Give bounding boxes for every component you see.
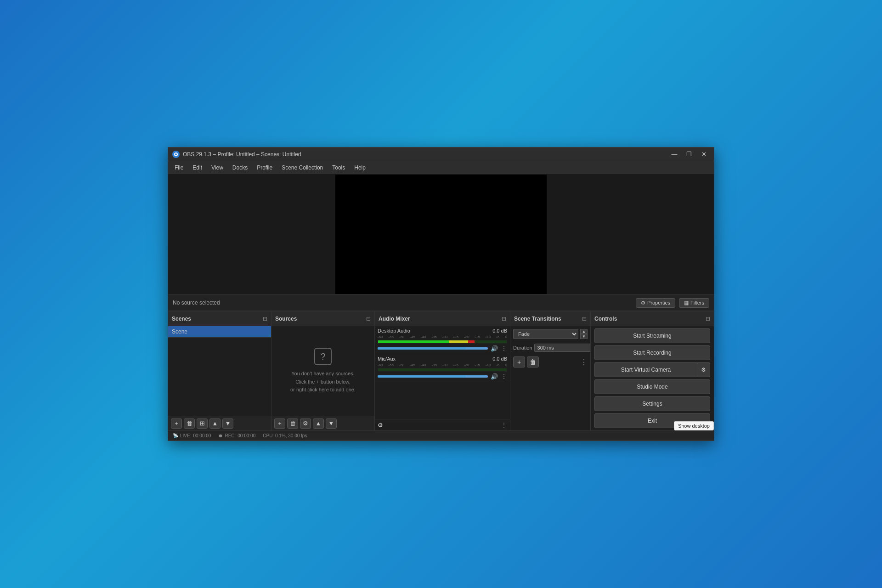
scenes-panel-header: Scenes ⊟ [168, 311, 271, 326]
scene-add-button[interactable]: + [171, 418, 182, 429]
mic-aux-db: 0.0 dB [492, 356, 507, 362]
window-controls: — ❐ ✕ [668, 150, 710, 159]
filter-icon: ▦ [684, 300, 689, 306]
no-sources-icon: ? [314, 348, 332, 365]
desktop-audio-menu-button[interactable]: ⋮ [501, 345, 507, 352]
mic-aux-mute-button[interactable]: 🔊 [491, 373, 498, 380]
transition-type-down[interactable]: ▼ [580, 334, 588, 339]
source-bar: No source selected ⚙ Properties ▦ Filter… [168, 294, 714, 311]
app-icon [172, 150, 180, 158]
start-recording-button[interactable]: Start Recording [594, 345, 710, 360]
menu-docks[interactable]: Docks [228, 163, 252, 173]
menu-help[interactable]: Help [350, 163, 370, 173]
audio-dock-button[interactable]: ⊟ [502, 316, 506, 322]
menu-profile[interactable]: Profile [252, 163, 277, 173]
audio-panel-title: Audio Mixer [379, 316, 410, 322]
duration-label: Duration [513, 345, 532, 351]
controls-content: Start Streaming Start Recording Start Vi… [591, 326, 714, 430]
menu-view[interactable]: View [207, 163, 228, 173]
scene-down-button[interactable]: ▼ [222, 418, 233, 429]
filters-button[interactable]: ▦ Filters [679, 298, 709, 308]
desktop-audio-header: Desktop Audio 0.0 dB [378, 328, 507, 334]
audio-footer: ⚙ ⋮ [375, 419, 510, 430]
desktop-audio-volume-slider[interactable] [378, 347, 488, 350]
source-remove-button[interactable]: 🗑 [287, 418, 298, 429]
scene-item[interactable]: Scene [168, 326, 271, 338]
live-time: 00:00:00 [193, 433, 211, 438]
cpu-label: CPU: 0.1%, 30.00 fps [263, 433, 307, 438]
svg-point-2 [175, 153, 177, 155]
audio-panel-header: Audio Mixer ⊟ [375, 311, 510, 326]
titlebar: OBS 29.1.3 – Profile: Untitled – Scenes:… [168, 147, 714, 161]
controls-panel: Controls ⊟ Start Streaming Start Recordi… [591, 311, 714, 430]
gear-icon: ⚙ [641, 300, 645, 306]
sources-dock-button[interactable]: ⊟ [366, 316, 371, 322]
audio-panel: Audio Mixer ⊟ Desktop Audio 0.0 dB [375, 311, 510, 430]
duration-row: Duration ▲ ▼ [510, 342, 590, 354]
source-add-button[interactable]: + [274, 418, 285, 429]
controls-panel-title: Controls [594, 316, 617, 322]
desktop-audio-controls: 🔊 ⋮ [378, 345, 507, 352]
settings-button[interactable]: Settings [594, 396, 710, 411]
desktop-audio-meter [378, 340, 507, 344]
virtual-camera-settings-button[interactable]: ⚙ [697, 362, 710, 377]
transition-menu-button[interactable]: ⋮ [580, 358, 588, 367]
show-desktop-tooltip[interactable]: Show desktop [674, 421, 714, 430]
virtual-camera-gear-icon: ⚙ [701, 367, 706, 373]
controls-dock-button[interactable]: ⊟ [706, 316, 710, 322]
transitions-panel: Scene Transitions ⊟ Fade ▲ ▼ [510, 311, 591, 430]
transitions-dock-button[interactable]: ⊟ [582, 316, 587, 322]
mic-aux-meter [378, 368, 507, 372]
preview-area [168, 174, 714, 294]
desktop-audio-db: 0.0 dB [492, 328, 507, 334]
minimize-button[interactable]: — [668, 150, 681, 159]
audio-global-menu-button[interactable]: ⋮ [501, 421, 507, 429]
mic-aux-volume-slider[interactable] [378, 375, 488, 378]
desktop-audio-mute-button[interactable]: 🔊 [491, 345, 498, 352]
menu-file[interactable]: File [170, 163, 188, 173]
mic-aux-menu-button[interactable]: ⋮ [501, 373, 507, 380]
scenes-panel-title: Scenes [172, 316, 191, 322]
properties-button[interactable]: ⚙ Properties [636, 298, 675, 308]
scenes-list: Scene [168, 326, 271, 416]
studio-mode-button[interactable]: Studio Mode [594, 379, 710, 394]
rec-status: ⏺ REC: 00:00:00 [218, 433, 255, 438]
live-label: LIVE: [180, 433, 191, 438]
scene-filter-button[interactable]: ⊞ [197, 418, 208, 429]
transitions-panel-title: Scene Transitions [514, 316, 561, 322]
scene-remove-button[interactable]: 🗑 [184, 418, 195, 429]
audio-settings-button[interactable]: ⚙ [378, 422, 383, 429]
rec-label: REC: [225, 433, 236, 438]
scenes-dock-button[interactable]: ⊟ [263, 316, 267, 322]
scene-up-button[interactable]: ▲ [209, 418, 220, 429]
menu-scene-collection[interactable]: Scene Collection [277, 163, 328, 173]
sources-panel-header: Sources ⊟ [271, 311, 374, 326]
transition-type-arrows: ▲ ▼ [580, 329, 588, 339]
transition-add-button[interactable]: + [513, 356, 525, 368]
start-streaming-button[interactable]: Start Streaming [594, 328, 710, 343]
close-button[interactable]: ✕ [697, 150, 710, 159]
source-up-button[interactable]: ▲ [313, 418, 324, 429]
menu-edit[interactable]: Edit [188, 163, 207, 173]
rec-time: 00:00:00 [237, 433, 255, 438]
window-title: OBS 29.1.3 – Profile: Untitled – Scenes:… [183, 151, 668, 158]
rec-icon: ⏺ [218, 433, 223, 438]
start-virtual-camera-button[interactable]: Start Virtual Camera [594, 362, 697, 377]
transition-type-select[interactable]: Fade [513, 329, 578, 339]
mic-aux-scale: -60-55-50-45-40-35-30-25-20-15-10-50 [378, 363, 507, 367]
transition-type-up[interactable]: ▲ [580, 329, 588, 334]
main-content: No source selected ⚙ Properties ▦ Filter… [168, 174, 714, 441]
source-settings-button[interactable]: ⚙ [300, 418, 311, 429]
transition-remove-button[interactable]: 🗑 [527, 356, 539, 368]
mic-aux-controls: 🔊 ⋮ [378, 373, 507, 380]
duration-input[interactable] [534, 344, 590, 352]
preview-canvas [335, 175, 547, 294]
menu-tools[interactable]: Tools [328, 163, 350, 173]
audio-content: Desktop Audio 0.0 dB -60-55-50-45-40-35-… [375, 326, 510, 419]
restore-button[interactable]: ❐ [683, 150, 695, 159]
sources-content[interactable]: ? You don't have any sources.Click the +… [271, 326, 374, 416]
desktop-audio-channel: Desktop Audio 0.0 dB -60-55-50-45-40-35-… [375, 326, 510, 354]
mic-aux-channel: Mic/Aux 0.0 dB -60-55-50-45-40-35-30-25-… [375, 354, 510, 382]
source-down-button[interactable]: ▼ [326, 418, 337, 429]
obs-window: OBS 29.1.3 – Profile: Untitled – Scenes:… [168, 147, 714, 441]
